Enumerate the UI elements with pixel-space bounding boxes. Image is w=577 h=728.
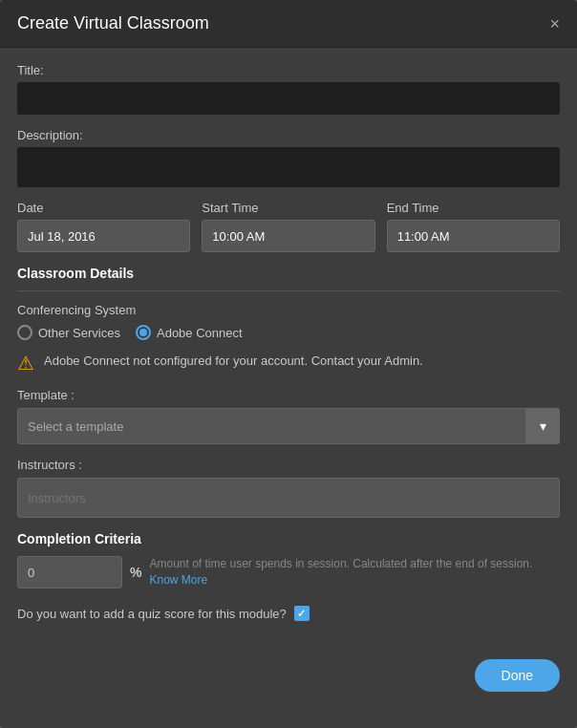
instructors-input[interactable] xyxy=(17,478,560,518)
end-time-col: End Time xyxy=(387,201,560,252)
start-time-input[interactable] xyxy=(202,220,374,252)
title-input[interactable] xyxy=(17,82,560,115)
modal-title: Create Virtual Classroom xyxy=(17,13,209,33)
description-group: Description: xyxy=(17,128,560,187)
modal-header: Create Virtual Classroom × xyxy=(0,0,577,48)
date-label: Date xyxy=(17,201,190,215)
modal-body: Title: Description: Date Start Time End … xyxy=(0,48,577,636)
create-virtual-classroom-modal: Create Virtual Classroom × Title: Descri… xyxy=(0,0,577,728)
title-label: Title: xyxy=(17,63,560,77)
template-row: Template : Select a template ▾ xyxy=(17,388,560,444)
radio-group: Other Services Adobe Connect xyxy=(17,325,560,340)
quiz-label: Do you want to add a quiz score for this… xyxy=(17,607,287,621)
warning-icon: ⚠ xyxy=(17,352,34,375)
quiz-checkbox[interactable] xyxy=(294,606,310,621)
end-time-input[interactable] xyxy=(387,220,560,252)
date-col: Date xyxy=(17,201,190,252)
radio-other-services[interactable]: Other Services xyxy=(17,325,120,340)
warning-text: Adobe Connect not configured for your ac… xyxy=(44,353,423,368)
template-select[interactable]: Select a template xyxy=(17,408,560,444)
warning-box: ⚠ Adobe Connect not configured for your … xyxy=(17,353,560,375)
conferencing-system-label: Conferencing System xyxy=(17,303,560,317)
done-button[interactable]: Done xyxy=(475,659,560,692)
description-label: Description: xyxy=(17,128,560,142)
quiz-row: Do you want to add a quiz score for this… xyxy=(17,606,560,621)
percent-symbol: % xyxy=(130,565,141,580)
completion-row: % Amount of time user spends in session.… xyxy=(17,556,560,589)
close-button[interactable]: × xyxy=(549,15,560,32)
completion-input[interactable] xyxy=(17,556,122,589)
template-label: Template : xyxy=(17,388,560,402)
end-time-label: End Time xyxy=(387,201,560,215)
radio-other-services-circle xyxy=(17,325,32,340)
title-group: Title: xyxy=(17,63,560,115)
completion-desc-text: Amount of time user spends in session. C… xyxy=(149,557,532,570)
classroom-details-title: Classroom Details xyxy=(17,266,560,281)
modal-footer: Done xyxy=(0,646,577,705)
completion-description: Amount of time user spends in session. C… xyxy=(149,556,560,589)
radio-other-services-label: Other Services xyxy=(38,326,120,340)
know-more-link[interactable]: Know More xyxy=(149,573,207,587)
radio-adobe-connect-label: Adobe Connect xyxy=(157,326,243,340)
template-select-wrapper: Select a template ▾ xyxy=(17,408,560,444)
radio-adobe-connect[interactable]: Adobe Connect xyxy=(136,325,243,340)
completion-criteria-title: Completion Criteria xyxy=(17,531,560,546)
completion-section: Completion Criteria % Amount of time use… xyxy=(17,531,560,589)
datetime-row: Date Start Time End Time xyxy=(17,201,560,252)
instructors-label: Instructors : xyxy=(17,458,560,472)
description-input[interactable] xyxy=(17,147,560,187)
radio-adobe-connect-circle xyxy=(136,325,151,340)
start-time-col: Start Time xyxy=(202,201,374,252)
start-time-label: Start Time xyxy=(202,201,374,215)
divider xyxy=(17,290,560,291)
date-input[interactable] xyxy=(17,220,190,252)
instructors-group: Instructors : xyxy=(17,458,560,518)
